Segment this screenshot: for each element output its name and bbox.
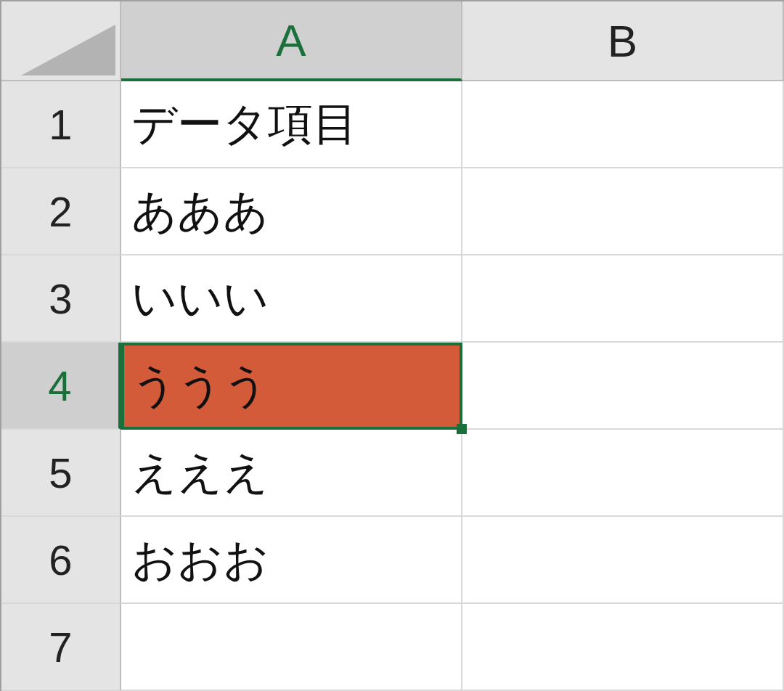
row-header-5[interactable]: 5 xyxy=(1,430,121,517)
cell-B7[interactable] xyxy=(462,604,784,691)
cell-B5[interactable] xyxy=(462,430,784,517)
column-header-B[interactable]: B xyxy=(462,1,784,81)
cell-A3[interactable]: いいい xyxy=(121,255,462,343)
cell-A1[interactable]: データ項目 xyxy=(121,81,462,168)
cell-A4[interactable]: ううう xyxy=(121,343,462,430)
row-header-1[interactable]: 1 xyxy=(1,81,121,168)
cell-B4[interactable] xyxy=(462,343,784,430)
cell-B3[interactable] xyxy=(462,255,784,343)
cell-B6[interactable] xyxy=(462,517,784,604)
row-header-2[interactable]: 2 xyxy=(1,168,121,255)
select-all-triangle-icon xyxy=(21,25,115,75)
cell-A6[interactable]: おおお xyxy=(121,517,462,604)
spreadsheet: A B 1 2 3 4 5 6 7 データ項目 あああ いいい ううう えええ … xyxy=(0,0,784,691)
row-header-3[interactable]: 3 xyxy=(1,255,121,343)
row-header-6[interactable]: 6 xyxy=(1,517,121,604)
select-all-button[interactable] xyxy=(1,1,121,81)
row-header-4[interactable]: 4 xyxy=(1,343,121,430)
cell-B1[interactable] xyxy=(462,81,784,168)
column-header-A[interactable]: A xyxy=(121,1,462,81)
cell-B2[interactable] xyxy=(462,168,784,255)
cell-A2[interactable]: あああ xyxy=(121,168,462,255)
cell-A7[interactable] xyxy=(121,604,462,691)
cell-A5[interactable]: えええ xyxy=(121,430,462,517)
row-header-7[interactable]: 7 xyxy=(1,604,121,691)
